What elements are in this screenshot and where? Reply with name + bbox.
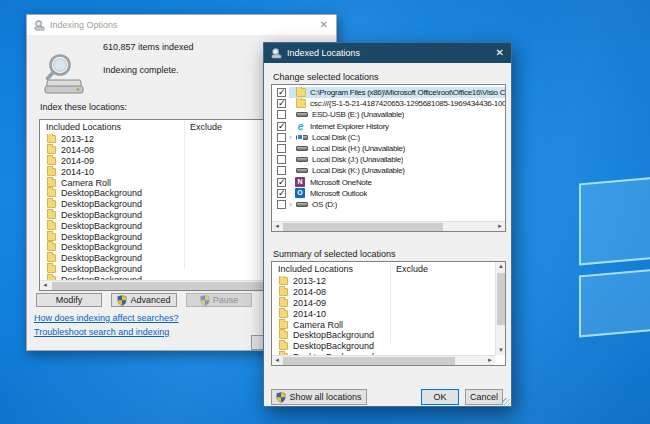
ie-icon: e [295,122,306,131]
list-header: Included Locations Exclude [272,262,505,276]
list-item-label: DesktopBackground [61,253,142,263]
folder-icon [279,288,288,296]
scroll-right-icon[interactable]: ► [495,222,505,231]
list-item-label: 2013-12 [293,276,326,286]
list-item-label: DesktopBackground [293,341,374,351]
scroll-left-icon[interactable]: ◄ [272,222,282,231]
checkbox[interactable]: ✓ [277,178,286,187]
window-title: Indexing Options [50,20,320,30]
folder-icon [279,331,288,339]
checkbox[interactable] [277,155,286,164]
indexed-locations-titlebar[interactable]: Indexed Locations ✕ [264,43,511,63]
horizontal-scrollbar[interactable]: ◄ ► [272,221,505,231]
checkbox[interactable]: ✓ [277,122,286,131]
checkbox[interactable]: ✓ [277,99,286,108]
location-row[interactable]: ✓NMicrosoft OneNote [272,177,505,188]
ok-button[interactable]: OK [421,389,459,405]
scroll-down-icon[interactable]: ▼ [496,346,506,355]
list-item-label: 2014-09 [293,298,326,308]
cancel-button[interactable]: Cancel [465,389,503,405]
scroll-right-icon[interactable]: ► [485,356,495,365]
change-locations-rows: ✓C:\Program Files (x86)\Microsoft Office… [272,87,505,221]
location-label: csc:///{S-1-5-21-4187420653-1295681085-1… [310,99,505,108]
column-exclude[interactable]: Exclude [184,122,222,132]
location-row[interactable]: ›OS (D:) [272,199,505,210]
expand-chevron-icon[interactable]: › [286,200,295,209]
modify-button[interactable]: Modify [36,293,102,307]
column-included-locations[interactable]: Included Locations [40,122,184,132]
location-row[interactable]: ✓OMicrosoft Outlook [272,188,505,199]
drive-icon [296,146,308,151]
indexing-searches-link[interactable]: How does indexing affect searches? [34,313,178,323]
drive-icon [296,168,308,173]
location-label: Local Disk (H:) (Unavailable) [312,144,405,153]
location-row[interactable]: ✓csc:///{S-1-5-21-4187420653-1295681085-… [272,98,505,109]
location-row[interactable]: ›Local Disk (C:) [272,132,505,143]
scroll-left-icon[interactable]: ◄ [40,281,50,290]
indexing-options-icon [34,20,45,31]
show-all-locations-button[interactable]: Show all locations [271,389,367,405]
uac-shield-icon [200,295,210,306]
column-included-locations[interactable]: Included Locations [272,264,390,274]
folder-icon [47,254,56,262]
scroll-up-icon[interactable]: ▲ [496,262,506,271]
drive-icon [296,202,308,207]
scrollbar-thumb[interactable] [497,273,505,325]
pause-button: Pause [186,293,252,307]
checkbox[interactable] [277,166,286,175]
scrollbar-thumb[interactable] [283,223,443,231]
advanced-button-label: Advanced [130,295,170,305]
list-item-label: DesktopBackground [61,242,142,252]
advanced-button[interactable]: Advanced [111,293,177,307]
list-item[interactable]: 2014-08 [272,287,495,298]
location-row[interactable]: ✓eInternet Explorer History [272,121,505,132]
location-label: OS (D:) [312,200,337,209]
folder-icon [47,243,56,251]
folder-icon [47,222,56,230]
checkbox[interactable]: ✓ [277,88,286,97]
folder-icon [47,233,56,241]
list-item-label: DesktopBackground [61,188,142,198]
scroll-left-icon[interactable]: ◄ [272,356,282,365]
close-icon[interactable]: ✕ [320,20,328,30]
column-exclude[interactable]: Exclude [390,264,428,274]
list-item[interactable]: 2013-12 [272,276,495,287]
checkbox[interactable] [277,110,286,119]
change-locations-listview[interactable]: ✓C:\Program Files (x86)\Microsoft Office… [271,84,506,232]
onenote-icon: N [295,177,305,187]
list-item[interactable]: Camera Roll [272,319,495,330]
location-label: ESD-USB (E:) (Unavailable) [312,110,404,119]
troubleshoot-link[interactable]: Troubleshoot search and indexing [34,327,169,337]
indexing-options-titlebar[interactable]: Indexing Options ✕ [27,15,336,35]
checkbox[interactable] [277,133,286,142]
folder-icon [279,321,288,329]
list-item[interactable]: 2014-09 [272,298,495,309]
summary-listview[interactable]: Included Locations Exclude 2013-122014-0… [271,261,506,366]
folder-icon [47,189,56,197]
location-row[interactable]: ✓C:\Program Files (x86)\Microsoft Office… [272,87,505,98]
list-item-label: Camera Roll [61,178,111,188]
list-item-label: DesktopBackground [61,210,142,220]
horizontal-scrollbar[interactable]: ◄ ► [272,355,495,365]
resize-grip[interactable] [503,398,510,405]
list-item[interactable]: DesktopBackground [272,330,495,341]
scrollbar-thumb[interactable] [52,282,272,290]
location-row[interactable]: Local Disk (J:) (Unavailable) [272,154,505,165]
checkbox[interactable] [277,144,286,153]
location-row[interactable]: Local Disk (K:) (Unavailable) [272,165,505,176]
location-label: Local Disk (K:) (Unavailable) [312,166,405,175]
cancel-button-label: Cancel [470,392,498,402]
scrollbar-thumb[interactable] [283,357,455,365]
folder-icon [47,200,56,208]
expand-chevron-icon[interactable]: › [286,133,295,142]
status-text: Indexing complete. [103,65,179,75]
folder-icon [47,157,56,165]
location-row[interactable]: ESD-USB (E:) (Unavailable) [272,109,505,120]
checkbox[interactable] [277,200,286,209]
list-item[interactable]: DesktopBackground [272,341,495,352]
checkbox[interactable]: ✓ [277,189,286,198]
list-item[interactable]: 2014-10 [272,308,495,319]
close-icon[interactable]: ✕ [496,48,504,58]
vertical-scrollbar[interactable]: ▲ ▼ [495,262,505,355]
location-row[interactable]: Local Disk (H:) (Unavailable) [272,143,505,154]
